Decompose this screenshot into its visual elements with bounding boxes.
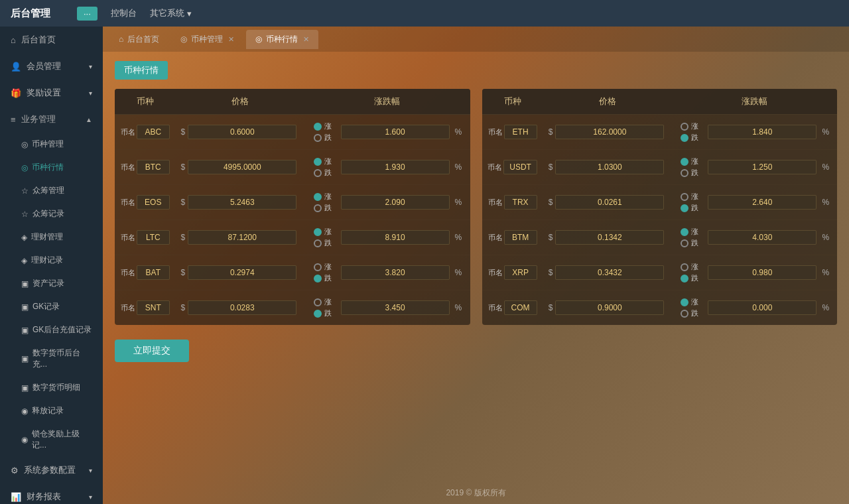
nav-other-systems[interactable]: 其它系统 ▾ — [150, 7, 192, 19]
price-input[interactable] — [555, 300, 664, 315]
rise-label: 涨 — [691, 227, 698, 237]
change-input[interactable] — [341, 160, 450, 174]
change-input[interactable] — [708, 125, 816, 139]
rise-radio[interactable] — [681, 298, 688, 306]
rise-fall-selector: 涨 跌 — [310, 294, 336, 321]
sidebar-item-crowd-mgmt[interactable]: ☆ 众筹管理 — [0, 179, 103, 202]
coin-cell: 币名LTC — [115, 220, 176, 255]
sidebar-item-finance-mgmt[interactable]: ◈ 理财管理 — [0, 225, 103, 249]
pct-sign: % — [455, 127, 462, 137]
rise-radio-row: 涨 — [681, 297, 698, 307]
coin-name: BTM — [504, 230, 537, 245]
sidebar-item-home[interactable]: ⌂ 后台首页 — [0, 27, 103, 53]
sidebar-item-crowd-record[interactable]: ☆ 众筹记录 — [0, 202, 103, 225]
change-input[interactable] — [341, 125, 450, 139]
home-tab-icon: ⌂ — [119, 34, 123, 44]
fall-radio[interactable] — [314, 239, 322, 247]
rise-radio[interactable] — [314, 123, 322, 131]
close-tab-coin-market[interactable]: ✕ — [303, 35, 309, 44]
sidebar-item-sys-config[interactable]: ⚙ 系统参数配置 ▾ — [0, 457, 103, 483]
change-input[interactable] — [341, 300, 450, 315]
change-input[interactable] — [341, 195, 450, 210]
coin-name: USDT — [503, 160, 537, 174]
price-input[interactable] — [188, 230, 296, 245]
left-col-price: 价格 — [176, 89, 304, 115]
sidebar-item-coin-mgmt[interactable]: ◎ 币种管理 — [0, 133, 103, 156]
sidebar-item-business[interactable]: ≡ 业务管理 ▲ — [0, 106, 103, 133]
change-input[interactable] — [708, 265, 816, 280]
rise-fall-selector: 涨 跌 — [310, 224, 336, 251]
tab-home[interactable]: ⌂ 后台首页 — [109, 30, 168, 49]
price-input[interactable] — [188, 160, 296, 174]
change-input[interactable] — [708, 230, 816, 245]
rise-radio[interactable] — [314, 158, 322, 166]
chevron-down-icon: ▾ — [187, 9, 192, 19]
charge-icon: ▣ — [21, 326, 29, 335]
tab-coin-mgmt[interactable]: ◎ 币种管理 ✕ — [171, 30, 243, 49]
sidebar-item-rewards[interactable]: 🎁 奖励设置 ▾ — [0, 80, 103, 106]
rise-radio[interactable] — [681, 263, 688, 271]
sidebar-item-digital-charge[interactable]: ▣ 数字货币后台充... — [0, 342, 103, 376]
fall-radio[interactable] — [681, 169, 688, 177]
fall-radio[interactable] — [314, 310, 322, 318]
submit-button[interactable]: 立即提交 — [115, 340, 189, 362]
change-cell: 涨 跌 % — [671, 255, 837, 290]
change-input[interactable] — [708, 300, 816, 315]
fall-radio[interactable] — [314, 134, 322, 142]
price-input[interactable] — [555, 230, 664, 245]
price-input[interactable] — [555, 265, 664, 280]
main-layout: ⌂ 后台首页 👤 会员管理 ▾ 🎁 奖励设置 ▾ ≡ 业务管理 ▲ ◎ 币种管理… — [0, 27, 849, 504]
change-input[interactable] — [341, 230, 450, 245]
tab-coin-market[interactable]: ◎ 币种行情 ✕ — [246, 30, 318, 49]
sidebar-item-coin-market[interactable]: ◎ 币种行情 — [0, 156, 103, 179]
fall-radio[interactable] — [681, 204, 688, 212]
close-tab-coin-mgmt[interactable]: ✕ — [228, 35, 234, 44]
price-input[interactable] — [555, 125, 664, 139]
change-input[interactable] — [708, 195, 816, 210]
table-row: 币名XRP$ 涨 跌 % — [482, 255, 838, 290]
sidebar-item-asset-record[interactable]: ▣ 资产记录 — [0, 272, 103, 295]
sidebar-item-finance-report[interactable]: 📊 财务报表 ▾ — [0, 483, 103, 504]
fall-radio[interactable] — [681, 134, 688, 142]
more-button[interactable]: ··· — [77, 7, 98, 21]
fall-radio[interactable] — [314, 204, 322, 212]
sidebar-item-members[interactable]: 👤 会员管理 ▾ — [0, 53, 103, 80]
price-cell: $ — [176, 290, 304, 326]
right-col-price: 价格 — [543, 89, 672, 115]
change-input[interactable] — [341, 265, 450, 280]
price-input[interactable] — [188, 125, 296, 139]
coin-cell: 币名COM — [482, 290, 543, 326]
sidebar-item-charge-record[interactable]: ▣ GK后台充值记录 — [0, 318, 103, 342]
fall-radio-row: 跌 — [681, 273, 698, 283]
sidebar-item-release-record[interactable]: ◉ 释放记录 — [0, 399, 103, 422]
rise-radio[interactable] — [314, 193, 322, 201]
fall-radio[interactable] — [681, 275, 688, 283]
fall-radio[interactable] — [681, 310, 688, 318]
rise-radio[interactable] — [314, 298, 322, 306]
fall-radio[interactable] — [314, 275, 322, 283]
sidebar-item-finance-record[interactable]: ◈ 理财记录 — [0, 249, 103, 272]
price-input[interactable] — [188, 195, 296, 210]
fall-radio[interactable] — [681, 239, 688, 247]
rise-radio[interactable] — [314, 228, 322, 236]
rise-radio[interactable] — [314, 263, 322, 271]
rise-radio[interactable] — [681, 228, 688, 236]
price-input[interactable] — [188, 265, 296, 280]
price-input[interactable] — [555, 160, 664, 174]
dollar-sign: $ — [181, 233, 186, 242]
change-cell: 涨 跌 % — [671, 220, 837, 255]
chevron-icon: ▾ — [89, 467, 92, 474]
price-input[interactable] — [188, 300, 296, 315]
nav-control[interactable]: 控制台 — [111, 7, 137, 19]
coin-tab-icon: ◎ — [180, 34, 187, 44]
sidebar-item-digital-detail[interactable]: ▣ 数字货币明细 — [0, 376, 103, 399]
sidebar-item-lock-reward[interactable]: ◉ 锁仓奖励上级记... — [0, 422, 103, 457]
rise-radio[interactable] — [681, 193, 688, 201]
gk-icon: ▣ — [21, 302, 29, 312]
price-input[interactable] — [555, 195, 664, 210]
change-input[interactable] — [708, 160, 816, 174]
sidebar-item-gk-record[interactable]: ▣ GK记录 — [0, 295, 103, 318]
rise-radio[interactable] — [681, 123, 688, 131]
fall-radio[interactable] — [314, 169, 322, 177]
rise-radio[interactable] — [681, 158, 688, 166]
